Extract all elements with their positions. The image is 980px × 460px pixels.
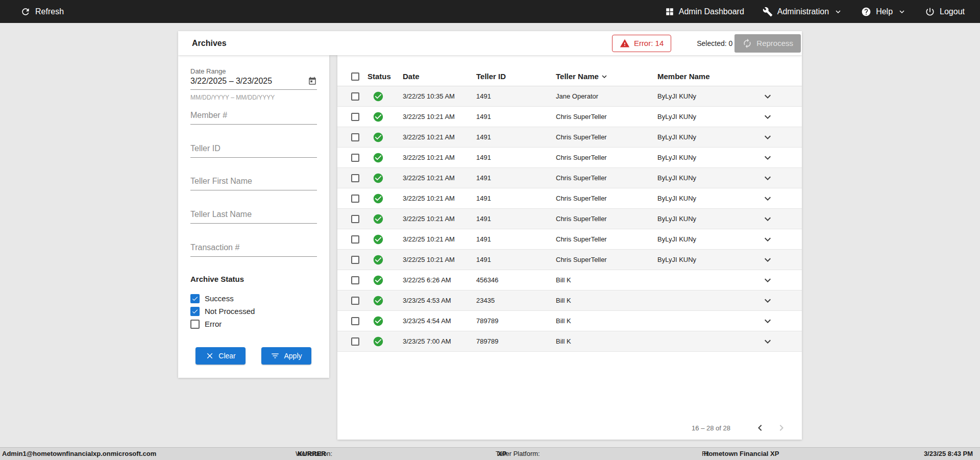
- date-range-value: 3/22/2025 – 3/23/2025: [190, 77, 272, 86]
- row-teller-id: 456346: [476, 276, 556, 284]
- previous-page-button[interactable]: [754, 422, 766, 434]
- table-row: 3/23/25 4:54 AM 789789 Bill K: [337, 311, 802, 331]
- archive-status-option[interactable]: Error: [190, 318, 255, 330]
- row-expand-button[interactable]: [762, 152, 774, 164]
- archive-status-option[interactable]: Success: [190, 292, 255, 305]
- success-status-icon: [373, 336, 384, 347]
- row-date: 3/22/25 10:21 AM: [403, 154, 476, 161]
- teller-last-name-input[interactable]: [190, 205, 317, 224]
- row-teller-name: Bill K: [556, 276, 657, 284]
- row-teller-name: Chris SuperTeller: [556, 195, 657, 202]
- success-status-icon: [373, 111, 384, 123]
- column-header-teller-id[interactable]: Teller ID: [476, 72, 556, 81]
- pagination-range: 16 – 28 of 28: [692, 424, 730, 432]
- row-checkbox[interactable]: [351, 154, 359, 162]
- row-checkbox[interactable]: [351, 235, 359, 244]
- apply-label: Apply: [284, 352, 302, 360]
- refresh-button[interactable]: Refresh: [20, 7, 64, 17]
- success-status-icon: [373, 193, 384, 204]
- row-expand-button[interactable]: [762, 274, 774, 286]
- table-header-row: Status Date Teller ID Teller Name Member…: [337, 67, 802, 86]
- row-expand-button[interactable]: [762, 90, 774, 103]
- reprocess-label: Reprocess: [756, 39, 793, 47]
- teller-platform-label: Teller Platform:: [496, 448, 540, 460]
- transaction-number-input[interactable]: [190, 238, 317, 257]
- row-checkbox[interactable]: [351, 215, 359, 223]
- row-member-name: ByLyJI KUNy: [657, 235, 733, 243]
- success-status-icon: [373, 295, 384, 306]
- table-row: 3/22/25 10:21 AM 1491 Chris SuperTeller …: [337, 229, 802, 250]
- row-checkbox[interactable]: [351, 276, 359, 284]
- administration-menu-button[interactable]: Administration: [763, 7, 843, 17]
- apply-button[interactable]: Apply: [261, 347, 311, 365]
- status-checkbox[interactable]: [190, 307, 200, 316]
- row-teller-id: 789789: [476, 317, 556, 325]
- workstation-label: Workstation:: [296, 448, 332, 460]
- row-checkbox[interactable]: [351, 317, 359, 325]
- row-teller-id: 23435: [476, 297, 556, 304]
- status-checkbox[interactable]: [190, 320, 200, 329]
- chevron-down-icon: [834, 7, 843, 16]
- calendar-icon[interactable]: [308, 77, 317, 86]
- logged-in-user: Admin1@hometownfinancialxp.onmicrosoft.c…: [2, 448, 156, 460]
- row-checkbox[interactable]: [351, 297, 359, 305]
- table-row: 3/22/25 10:35 AM 1491 Jane Operator ByLy…: [337, 86, 802, 107]
- teller-id-input[interactable]: [190, 139, 317, 158]
- row-checkbox[interactable]: [351, 113, 359, 121]
- select-all-checkbox[interactable]: [351, 72, 359, 81]
- logout-button[interactable]: Logout: [925, 7, 965, 17]
- success-status-icon: [373, 316, 384, 327]
- next-page-button[interactable]: [775, 422, 788, 434]
- chevron-down-icon: [762, 131, 774, 143]
- row-expand-button[interactable]: [762, 233, 774, 246]
- chevron-down-icon: [762, 192, 774, 205]
- chevron-left-icon: [754, 422, 766, 434]
- row-expand-button[interactable]: [762, 131, 774, 143]
- date-range-label: Date Range: [190, 67, 226, 75]
- administration-label: Administration: [777, 7, 829, 16]
- sort-descending-icon: [600, 72, 609, 81]
- row-checkbox[interactable]: [351, 337, 359, 346]
- row-date: 3/22/25 10:21 AM: [403, 195, 476, 202]
- row-checkbox[interactable]: [351, 195, 359, 203]
- row-expand-button[interactable]: [762, 213, 774, 225]
- teller-first-name-input[interactable]: [190, 172, 317, 190]
- fi-label: FI:: [702, 448, 709, 460]
- column-header-status[interactable]: Status: [368, 72, 403, 81]
- admin-dashboard-button[interactable]: Admin Dashboard: [665, 7, 744, 16]
- member-number-input[interactable]: [190, 106, 317, 125]
- row-teller-id: 1491: [476, 195, 556, 202]
- column-header-teller-name[interactable]: Teller Name: [556, 72, 657, 81]
- error-filter-button[interactable]: Error: 14: [612, 35, 671, 52]
- row-expand-button[interactable]: [762, 315, 774, 327]
- row-teller-name: Bill K: [556, 297, 657, 304]
- row-teller-id: 1491: [476, 113, 556, 120]
- row-checkbox[interactable]: [351, 133, 359, 141]
- success-status-icon: [373, 213, 384, 225]
- row-expand-button[interactable]: [762, 295, 774, 307]
- column-header-date[interactable]: Date: [403, 72, 476, 81]
- row-expand-button[interactable]: [762, 192, 774, 205]
- row-checkbox[interactable]: [351, 256, 359, 264]
- row-teller-id: 789789: [476, 337, 556, 345]
- row-expand-button[interactable]: [762, 254, 774, 266]
- row-checkbox[interactable]: [351, 174, 359, 182]
- reprocess-button[interactable]: Reprocess: [734, 34, 801, 53]
- status-checkbox[interactable]: [190, 294, 200, 303]
- row-teller-name: Chris SuperTeller: [556, 215, 657, 223]
- row-expand-button[interactable]: [762, 111, 774, 123]
- teller-name-header-label: Teller Name: [556, 72, 599, 81]
- row-expand-button[interactable]: [762, 172, 774, 184]
- archive-status-option[interactable]: Not Processed: [190, 305, 255, 318]
- row-teller-name: Chris SuperTeller: [556, 133, 657, 141]
- admin-dashboard-label: Admin Dashboard: [679, 7, 744, 16]
- workstation-info: Workstation:KURRER: [296, 448, 326, 460]
- row-expand-button[interactable]: [762, 335, 774, 348]
- column-header-member-name[interactable]: Member Name: [657, 72, 733, 81]
- date-range-input[interactable]: 3/22/2025 – 3/23/2025: [190, 77, 317, 90]
- row-teller-id: 1491: [476, 92, 556, 100]
- archive-status-heading: Archive Status: [190, 275, 244, 283]
- row-checkbox[interactable]: [351, 92, 359, 101]
- clear-button[interactable]: Clear: [195, 347, 246, 365]
- help-menu-button[interactable]: Help: [861, 7, 906, 17]
